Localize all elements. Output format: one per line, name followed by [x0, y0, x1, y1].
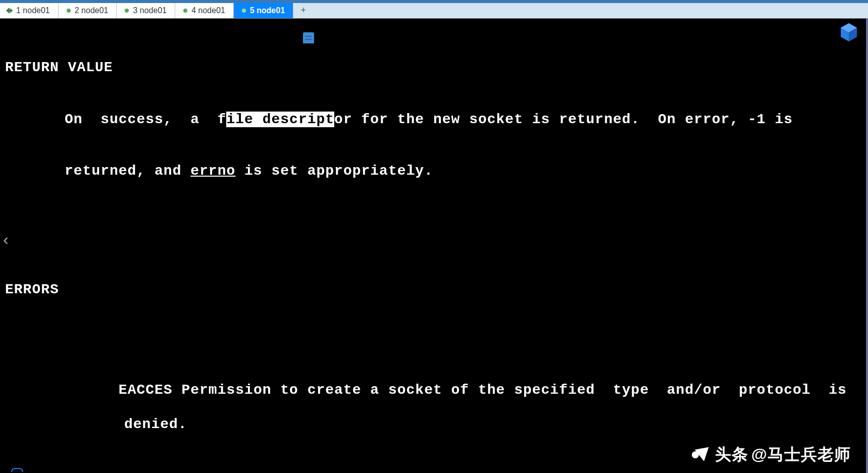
watermark-text: @马士兵老师: [751, 444, 851, 466]
tab-5-node01[interactable]: 5 node01: [234, 3, 293, 18]
right-border: [866, 19, 868, 473]
tab-add-button[interactable]: +: [293, 3, 313, 18]
return-value-text: On success, a file descriptor for the ne…: [65, 111, 863, 128]
nav-left-arrow-icon[interactable]: ‹: [1, 231, 11, 250]
return-value-text-2: returned, and errno is set appropriately…: [65, 163, 863, 180]
error-code: EACCES: [119, 382, 173, 398]
errno-link: errno: [190, 163, 235, 179]
tab-status-dot: [125, 9, 129, 13]
watermark-prefix: 头条: [715, 444, 748, 466]
selected-text: ile descript: [226, 112, 334, 127]
back-arrow-icon[interactable]: [5, 6, 14, 15]
bottom-indicator-icon: [11, 468, 23, 472]
tab-label: 2 node01: [75, 6, 109, 15]
app-logo-icon: [839, 22, 859, 42]
selection-handle-icon[interactable]: [303, 32, 314, 43]
section-return-value-header: RETURN VALUE: [5, 59, 863, 76]
tab-status-dot: [67, 9, 71, 13]
tab-status-dot: [183, 9, 187, 13]
tab-2-node01[interactable]: 2 node01: [59, 3, 117, 18]
tab-bar: 1 node01 2 node01 3 node01 4 node01 5 no…: [0, 3, 868, 19]
tab-label: 5 node01: [250, 6, 285, 15]
tab-label: 1 node01: [16, 6, 50, 15]
section-errors-header: ERRORS: [5, 281, 863, 298]
tab-3-node01[interactable]: 3 node01: [117, 3, 175, 18]
watermark: 头条 @马士兵老师: [692, 444, 851, 466]
tab-4-node01[interactable]: 4 node01: [175, 3, 234, 18]
watermark-person-icon: [692, 448, 710, 461]
tab-label: 4 node01: [191, 6, 225, 15]
tab-label: 3 node01: [133, 6, 167, 15]
tab-status-dot: [242, 9, 246, 13]
terminal-content[interactable]: RETURN VALUE On success, a file descript…: [0, 19, 868, 473]
